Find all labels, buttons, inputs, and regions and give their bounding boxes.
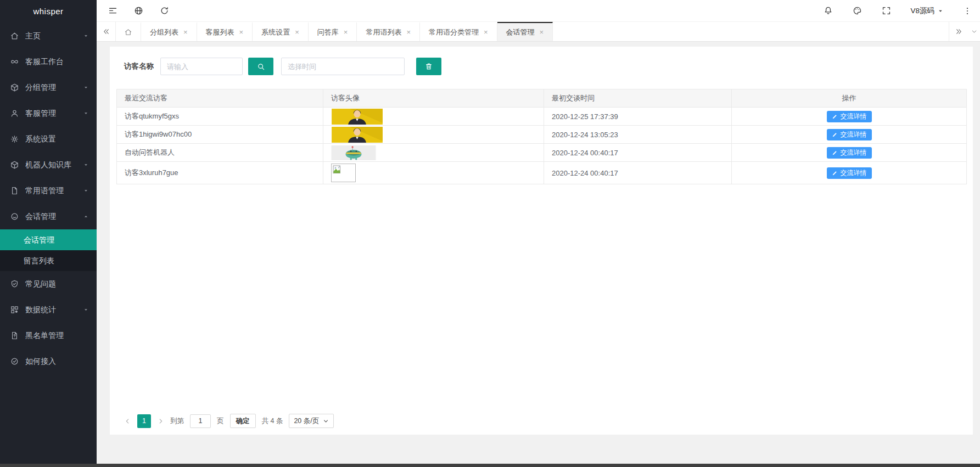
tab-4[interactable]: 问答库× — [309, 22, 357, 41]
tabs-menu-button[interactable] — [968, 22, 980, 41]
first-chat-time-cell: 2020-12-25 17:37:39 — [544, 108, 732, 126]
tab-label: 常用语分类管理 — [429, 27, 479, 37]
visitor-name-input[interactable] — [160, 58, 243, 75]
visitor-name-label: 访客名称 — [124, 61, 154, 71]
tabbar-right — [949, 22, 980, 41]
sidebar: whisper 主页客服工作台分组管理客服管理系统设置机器人知识库常用语管理会话… — [0, 0, 97, 467]
visitor-name-cell: 访客1higwi9w07hc00 — [117, 126, 323, 144]
infinity-icon — [9, 57, 19, 67]
sidebar-item-blacklist-management[interactable]: 黑名单管理 — [0, 323, 97, 348]
sidebar-subitem-message-list[interactable]: 留言列表 — [0, 250, 97, 271]
bell-icon[interactable] — [823, 5, 833, 16]
tab-label: 常用语列表 — [366, 27, 401, 37]
refresh-icon[interactable] — [159, 5, 170, 16]
sidebar-item-label: 客服管理 — [25, 109, 83, 119]
tabs-scroll-right-button[interactable] — [949, 22, 968, 41]
page-number-button[interactable]: 1 — [137, 414, 151, 428]
sidebar-item-agent-management[interactable]: 客服管理 — [0, 100, 97, 126]
sidebar-item-faq[interactable]: 常见问题 — [0, 271, 97, 297]
visitor-name-cell: 访客qtukmyf5gxs — [117, 108, 323, 126]
broken-image-avatar — [331, 164, 536, 182]
first-chat-time-cell: 2020-12-24 13:05:23 — [544, 126, 732, 144]
broken-image-box — [331, 164, 356, 182]
caret-down-icon — [83, 162, 89, 168]
sidebar-item-group-management[interactable]: 分组管理 — [0, 75, 97, 100]
chat-detail-button[interactable]: 交流详情 — [827, 111, 872, 122]
sidebar-item-how-to-connect[interactable]: 如何接入 — [0, 348, 97, 374]
tab-3[interactable]: 系统设置× — [253, 22, 309, 41]
tab-6[interactable]: 常用语分类管理× — [420, 22, 497, 41]
chat-detail-label: 交流详情 — [841, 148, 867, 157]
close-icon[interactable]: × — [295, 29, 299, 36]
chevron-right-icon — [157, 418, 164, 425]
fullscreen-icon[interactable] — [881, 5, 892, 16]
file-question-icon — [9, 331, 19, 341]
sidebar-item-home[interactable]: 主页 — [0, 23, 97, 49]
caret-down-icon — [83, 33, 89, 39]
user-menu[interactable]: V8源码 — [910, 6, 944, 16]
tab-label: 客服列表 — [206, 27, 234, 37]
column-header-2: 访客头像 — [323, 89, 544, 108]
goto-page-input[interactable] — [190, 414, 211, 428]
bottom-strip — [0, 464, 980, 467]
chat-detail-button[interactable]: 交流详情 — [827, 129, 872, 140]
confirm-page-button[interactable]: 确定 — [230, 414, 256, 428]
date-range-input[interactable] — [281, 58, 405, 75]
page-size-select[interactable]: 20 条/页 — [289, 414, 334, 428]
sidebar-item-label: 常用语管理 — [25, 186, 83, 196]
visitor-name-cell: 访客3xluruh7gue — [117, 162, 323, 184]
tab-1[interactable]: 分组列表× — [141, 22, 197, 41]
sidebar-item-agent-workbench[interactable]: 客服工作台 — [0, 49, 97, 75]
prev-page-button[interactable] — [124, 418, 131, 425]
table-wrap: 最近交流访客访客头像最初交谈时间操作 访客qtukmyf5gxs2020-12-… — [116, 89, 966, 184]
search-icon — [256, 62, 266, 71]
first-chat-time-cell: 2020-12-24 00:40:17 — [544, 162, 732, 184]
more-vertical-icon[interactable] — [962, 6, 972, 16]
delete-button[interactable] — [416, 58, 441, 75]
close-icon[interactable]: × — [484, 29, 488, 36]
sidebar-item-system-settings[interactable]: 系统设置 — [0, 126, 97, 152]
content-card: 访客名称 最近交流访客访客头像最初交谈时间操作 访客qtukmyf5gxs202… — [110, 47, 973, 435]
sidebar-item-session-management[interactable]: 会话管理 — [0, 204, 97, 229]
chat-detail-label: 交流详情 — [841, 130, 867, 139]
tab-home[interactable] — [116, 22, 141, 41]
man-yellow-avatar — [331, 109, 536, 125]
palette-icon[interactable] — [852, 5, 863, 16]
chat-detail-button[interactable]: 交流详情 — [827, 167, 872, 179]
close-icon[interactable]: × — [406, 29, 411, 36]
content-area: 访客名称 最近交流访客访客头像最初交谈时间操作 访客qtukmyf5gxs202… — [97, 42, 980, 467]
sidebar-item-data-statistics[interactable]: 数据统计 — [0, 297, 97, 323]
action-cell: 交流详情 — [732, 144, 967, 162]
action-cell: 交流详情 — [732, 126, 967, 144]
table-row: 访客qtukmyf5gxs2020-12-25 17:37:39交流详情 — [117, 108, 967, 126]
tab-label: 系统设置 — [261, 27, 290, 37]
sidebar-item-label: 客服工作台 — [25, 57, 89, 67]
menu-fold-icon[interactable] — [108, 5, 118, 16]
app-window: whisper 主页客服工作台分组管理客服管理系统设置机器人知识库常用语管理会话… — [0, 0, 980, 467]
next-page-button[interactable] — [157, 418, 164, 425]
globe-icon[interactable] — [133, 5, 144, 16]
tabs-scroll-left-button[interactable] — [97, 22, 116, 41]
visitor-avatar-cell — [323, 126, 544, 144]
close-icon[interactable]: × — [183, 29, 188, 36]
close-icon[interactable]: × — [540, 29, 544, 36]
table-row: 访客1higwi9w07hc002020-12-24 13:05:23交流详情 — [117, 126, 967, 144]
search-button[interactable] — [248, 58, 273, 75]
close-icon[interactable]: × — [239, 29, 244, 36]
sidebar-subitem-session-management[interactable]: 会话管理 — [0, 229, 97, 250]
visitor-avatar-cell — [323, 162, 544, 184]
topbar: V8源码 — [97, 0, 980, 22]
total-count-label: 共 4 条 — [262, 417, 283, 426]
chat-detail-button[interactable]: 交流详情 — [827, 147, 872, 159]
cube-icon — [9, 160, 19, 170]
sidebar-item-robot-knowledge[interactable]: 机器人知识库 — [0, 152, 97, 178]
topbar-left-icons — [108, 5, 170, 16]
tab-7[interactable]: 会话管理× — [497, 22, 553, 41]
brand-logo: whisper — [0, 0, 97, 23]
stats-icon — [9, 305, 19, 315]
sidebar-item-label: 常见问题 — [25, 279, 89, 289]
close-icon[interactable]: × — [344, 29, 348, 36]
sidebar-item-phrase-management[interactable]: 常用语管理 — [0, 178, 97, 204]
tab-5[interactable]: 常用语列表× — [357, 22, 420, 41]
tab-2[interactable]: 客服列表× — [197, 22, 253, 41]
